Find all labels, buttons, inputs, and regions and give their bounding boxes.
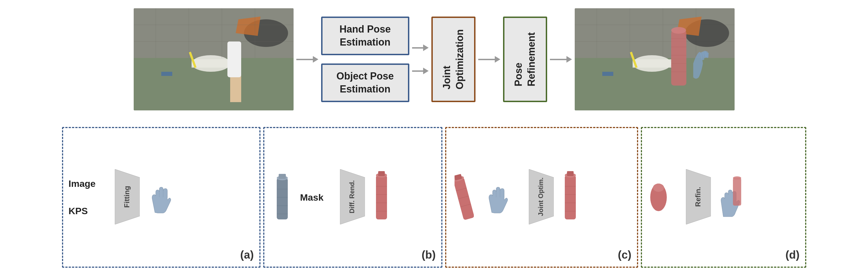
- arrow-4: [475, 56, 503, 63]
- kps-label: KPS: [69, 205, 96, 216]
- bottle-icon-b: [270, 172, 294, 222]
- arrow-5: [547, 56, 575, 63]
- svg-rect-30: [602, 72, 613, 76]
- svg-rect-9: [227, 42, 241, 77]
- section-c-label: (c): [618, 249, 631, 261]
- svg-rect-7: [161, 72, 172, 76]
- pose-refinement-box: PoseRefinement: [503, 17, 547, 102]
- left-kitchen-photo: [134, 8, 293, 110]
- bottle-cap-d: [648, 181, 670, 214]
- svg-rect-82: [733, 178, 741, 205]
- image-kps-labels: Image KPS: [69, 178, 96, 216]
- arrows-to-joint: [409, 45, 431, 74]
- svg-rect-55: [378, 171, 385, 176]
- section-b: Mask Diff. Rend.: [263, 127, 442, 268]
- section-a-label: (a): [240, 249, 254, 261]
- section-d: Refin. (d): [641, 127, 806, 268]
- diff-rend-shape: Diff. Rend.: [329, 169, 365, 225]
- refin-shape: Refin.: [675, 169, 711, 225]
- svg-rect-53: [376, 175, 387, 219]
- estimation-boxes: Hand PoseEstimation Object PoseEstimatio…: [321, 17, 409, 102]
- object-pose-label: Object PoseEstimation: [336, 70, 394, 96]
- hand-pose-box: Hand PoseEstimation: [321, 17, 409, 55]
- arrow-2: [409, 45, 431, 51]
- pose-refine-label: PoseRefinement: [512, 32, 538, 86]
- svg-rect-44: [277, 178, 288, 219]
- section-c: Joint Optim. (c): [445, 127, 638, 268]
- joint-opt-label: JointOptimization: [440, 29, 466, 89]
- top-row: Hand PoseEstimation Object PoseEstimatio…: [0, 0, 868, 119]
- joint-optimization-box: JointOptimization: [431, 17, 475, 102]
- right-kitchen-photo: [575, 8, 735, 110]
- mask-label: Mask: [300, 192, 323, 203]
- svg-point-33: [671, 27, 686, 34]
- image-label: Image: [69, 178, 96, 189]
- svg-marker-10: [236, 17, 260, 36]
- svg-text:Joint Optim.: Joint Optim.: [537, 177, 545, 216]
- hand-icon-a: [145, 180, 176, 215]
- svg-rect-71: [565, 175, 576, 219]
- svg-rect-46: [279, 174, 286, 179]
- svg-rect-60: [455, 177, 474, 220]
- refined-output-d: [716, 175, 747, 219]
- bottom-row: Image KPS Fitting: [0, 119, 868, 276]
- section-d-label: (d): [785, 249, 799, 261]
- svg-point-79: [653, 184, 664, 192]
- joint-optim-shape: Joint Optim.: [518, 169, 554, 225]
- salmon-bottle-c: [559, 170, 581, 225]
- section-c-content: Joint Optim.: [452, 134, 631, 261]
- svg-rect-73: [567, 171, 574, 176]
- bottle-icon-c: [452, 172, 476, 222]
- section-b-content: Mask Diff. Rend.: [270, 134, 436, 261]
- section-d-content: Refin.: [648, 134, 800, 261]
- svg-point-83: [733, 176, 741, 180]
- section-b-label: (b): [422, 249, 435, 261]
- svg-text:Fitting: Fitting: [123, 186, 131, 208]
- fitting-shape: Fitting: [104, 169, 140, 225]
- salmon-bottle-b: [370, 170, 393, 225]
- section-a: Image KPS Fitting: [62, 127, 260, 268]
- section-a-content: Image KPS Fitting: [69, 134, 254, 261]
- hand-icon-c-left: [482, 180, 513, 215]
- svg-text:Refin.: Refin.: [693, 187, 702, 207]
- hand-pose-label: Hand PoseEstimation: [339, 23, 391, 49]
- main-container: Hand PoseEstimation Object PoseEstimatio…: [0, 0, 868, 276]
- svg-text:Diff. Rend.: Diff. Rend.: [348, 180, 355, 213]
- svg-rect-5: [192, 59, 230, 67]
- object-pose-box: Object PoseEstimation: [321, 63, 409, 102]
- svg-rect-28: [632, 59, 671, 67]
- arrow-3: [409, 67, 431, 74]
- arrow-1: [293, 56, 321, 63]
